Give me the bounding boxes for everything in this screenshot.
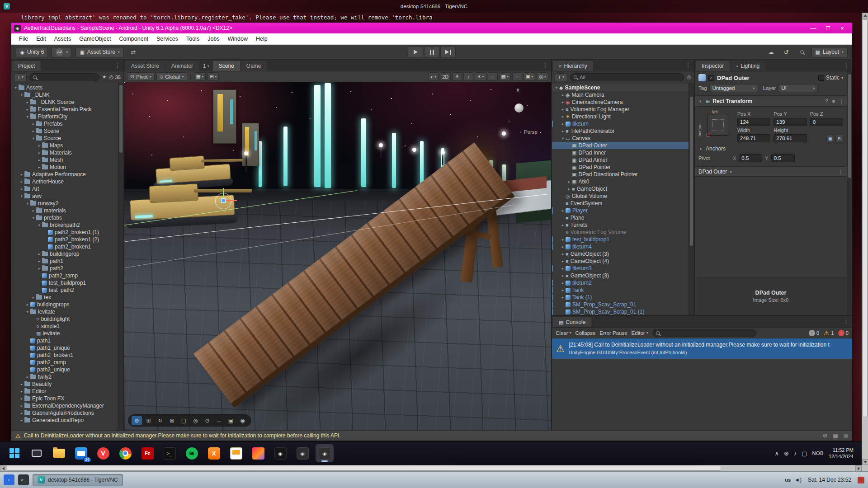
project-item-prefabs[interactable]: ▾prefabs: [11, 214, 123, 221]
project-item-aetherhouse[interactable]: ▸AetherHouse: [11, 178, 123, 185]
projection-label[interactable]: ‹ Persp: [520, 129, 538, 135]
packages-icon[interactable]: ▦: [833, 432, 838, 439]
hierarchy-item-canvas[interactable]: ▾▭Canvas: [552, 135, 694, 142]
tab-asset-store[interactable]: Asset Store: [125, 61, 165, 71]
expander-icon[interactable]: ▸: [566, 187, 572, 191]
expander-icon[interactable]: ▸: [566, 179, 572, 184]
hierarchy-item-tank-1[interactable]: ▸Tank (1)›: [552, 294, 694, 301]
hierarchy-item-volumetric-fog-volume[interactable]: ■Volumetric Fog Volume: [552, 229, 694, 236]
tab-inspector[interactable]: Inspector: [696, 61, 730, 71]
expander-icon[interactable]: ▸: [37, 143, 42, 148]
pause-button[interactable]: [424, 47, 439, 57]
move-tool[interactable]: ⊞: [143, 416, 154, 425]
host-terminal-icon[interactable]: >_: [18, 474, 29, 485]
tab-animator[interactable]: Animator: [165, 61, 199, 71]
project-item-path2-broken1[interactable]: path2_broken1: [11, 352, 123, 359]
scene-tab-menu-icon[interactable]: ⋮: [542, 62, 548, 69]
inspector-scrollbar[interactable]: [847, 71, 852, 315]
project-item-path2-ramp[interactable]: path2_ramp: [11, 359, 123, 366]
taskbar-unity-editor[interactable]: ◈: [293, 444, 311, 462]
menu-window[interactable]: Window: [224, 33, 252, 45]
project-item-adaptive-performance[interactable]: ▸Adaptive Performance: [11, 171, 123, 178]
volume-icon[interactable]: ♪: [794, 450, 797, 457]
hierarchy-item-cinemachinecamera[interactable]: ▸◉CinemachineCamera: [552, 99, 694, 106]
expander-icon[interactable]: ▸: [31, 122, 36, 126]
favorites-icon[interactable]: ★: [102, 75, 107, 80]
taskbar-task-view[interactable]: [28, 444, 46, 462]
menu-edit[interactable]: Edit: [32, 33, 50, 45]
expander-icon[interactable]: ▸: [19, 396, 24, 401]
project-item-generatedlocalrepo[interactable]: ▸GeneratedLocalRepo: [11, 417, 123, 424]
project-item-twily2[interactable]: ▸twily2: [11, 373, 123, 380]
project-item-mesh[interactable]: ▸Mesh: [11, 156, 123, 164]
project-item-buildingprops[interactable]: ▸buildingprops: [11, 301, 123, 308]
clear-button[interactable]: Clear▾: [556, 330, 571, 336]
hierarchy-item-dpad-aimer[interactable]: ▣DPad Aimer: [552, 156, 694, 164]
hierarchy-scrollbar[interactable]: [689, 83, 694, 315]
hierarchy-item-plane[interactable]: ■Plane: [552, 214, 694, 221]
project-item-path2-broken1-2[interactable]: path2_broken1 (2): [11, 236, 123, 243]
hierarchy-item-tileturn2[interactable]: ▸tileturn2›: [552, 279, 694, 286]
hierarchy-item-player[interactable]: ▸Player›: [552, 207, 694, 214]
scroll-left-icon[interactable]: [0, 465, 6, 471]
expander-icon[interactable]: ▾: [25, 114, 30, 119]
expander-icon[interactable]: ▾: [19, 93, 24, 97]
view-tool[interactable]: ⊕: [132, 416, 142, 425]
anchor-presets-button[interactable]: [708, 115, 728, 136]
console-log-entry[interactable]: ⚠ [21:45:08] Call to DeinitializeLoader …: [552, 338, 852, 359]
host-keyboard-layout[interactable]: us: [785, 477, 791, 483]
expander-icon[interactable]: ▸: [25, 302, 30, 307]
menu-assets[interactable]: Assets: [50, 33, 75, 45]
activity-icon[interactable]: ◎: [844, 432, 848, 439]
expander-icon[interactable]: ▸: [560, 122, 566, 126]
project-item-path2-broken1-1[interactable]: path2_broken1 (1): [11, 229, 123, 236]
project-item-brokenpath2[interactable]: ▾brokenpath2: [11, 221, 123, 229]
expander-icon[interactable]: ▸: [19, 179, 24, 184]
project-add-button[interactable]: +▾: [14, 73, 27, 81]
minimize-button[interactable]: —: [806, 23, 821, 33]
grid-snap-dropdown[interactable]: ▦▾: [194, 72, 206, 81]
unity-titlebar[interactable]: ◈ AetherfractGuardians - SampleScene - A…: [11, 23, 852, 33]
expander-icon[interactable]: ▸: [560, 266, 566, 271]
project-item-art[interactable]: ▸Art: [11, 185, 123, 192]
tag-dropdown[interactable]: Untagged▾: [709, 84, 758, 92]
expander-icon[interactable]: ▾: [31, 136, 36, 141]
project-item-path2-broken1[interactable]: path2_broken1: [11, 243, 123, 250]
hierarchy-item-global-volume[interactable]: ◎Global Volume: [552, 192, 694, 200]
project-item-beautify[interactable]: ▸Beautify: [11, 380, 123, 388]
expander-icon[interactable]: ▸: [37, 165, 42, 169]
project-item-tex[interactable]: ▸tex: [11, 294, 123, 301]
editor-dropdown[interactable]: Editor▾: [632, 330, 648, 336]
hierarchy-item-dpad-inner[interactable]: ▣DPad Inner: [552, 149, 694, 156]
hierarchy-item-dpad-outer[interactable]: ▣DPad Outer: [552, 142, 694, 149]
pivot-y-field[interactable]: 0.5: [771, 154, 795, 162]
cloud-icon[interactable]: ☁: [765, 47, 777, 57]
scene-visibility-icon[interactable]: ◎: [687, 75, 691, 80]
vnc-vertical-scrollbar[interactable]: [862, 13, 868, 465]
expander-icon[interactable]: ▸: [37, 150, 42, 155]
keyboard-layout[interactable]: NOB: [812, 450, 824, 456]
tray-expand-icon[interactable]: ∧: [774, 450, 779, 457]
project-item-prefabs[interactable]: ▸Prefabs: [11, 120, 123, 127]
project-item-source[interactable]: ▾Source: [11, 135, 123, 142]
expander-icon[interactable]: ▸: [19, 411, 24, 415]
expander-icon[interactable]: ▸: [560, 281, 566, 285]
tab-project[interactable]: Project: [12, 61, 41, 71]
hierarchy-item-tileturn4[interactable]: ▸tileturn4›: [552, 243, 694, 250]
unity-status-bar[interactable]: ⚠ Call to DeinitializeLoader without an …: [11, 430, 852, 441]
expander-icon[interactable]: ▸: [19, 404, 24, 408]
expander-icon[interactable]: ▸: [560, 252, 566, 256]
help-icon[interactable]: ?: [825, 99, 828, 104]
global-dropdown[interactable]: ◇Global▾: [156, 72, 187, 81]
project-item-dlnk[interactable]: ▾_DLNK: [11, 91, 123, 99]
hierarchy-item-eventsystem[interactable]: ■EventSystem: [552, 200, 694, 207]
scrollbar-thumb[interactable]: [7, 466, 721, 471]
project-item-runway2[interactable]: ▾runway2: [11, 200, 123, 207]
version-control-icon[interactable]: ⇄: [127, 47, 139, 57]
info-count[interactable]: !0: [809, 330, 819, 336]
camera-tool[interactable]: ▣: [226, 416, 236, 425]
animator-layer-dropdown[interactable]: 1▾: [199, 61, 213, 71]
scroll-right-icon[interactable]: [855, 465, 862, 471]
host-window-button[interactable]: V desktop-541c686 - TigerVNC: [33, 474, 123, 486]
height-field[interactable]: 278.61: [774, 134, 807, 142]
